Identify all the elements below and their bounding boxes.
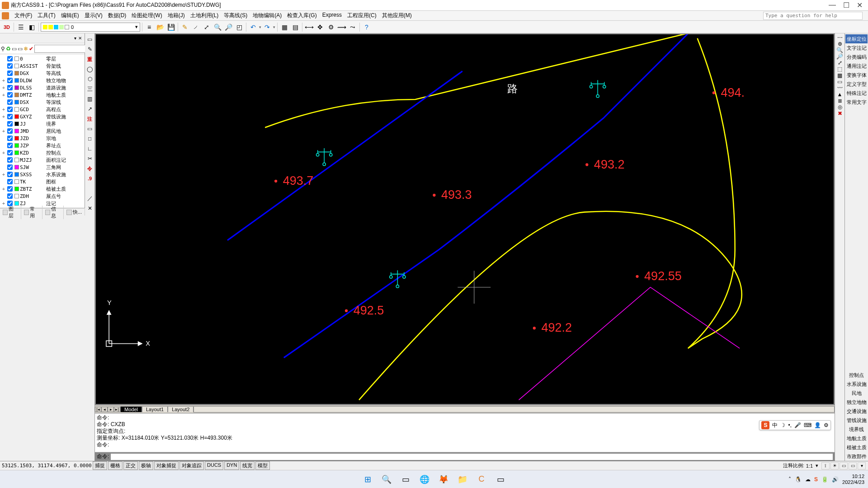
tray-cloud-icon[interactable]: ☁ [805,476,811,483]
layer-vis-checkbox[interactable] [7,157,13,163]
command-input[interactable] [111,454,833,460]
firefox-icon[interactable]: 🦊 [437,473,450,486]
layer-row-GCD[interactable]: + GCD高程点 [1,106,84,113]
right-btn-市政部件[interactable]: 市政部件 [845,452,868,461]
delete-layer-icon[interactable]: ▭ [18,45,23,53]
layer-row-DLDW[interactable]: + DLDW独立地物 [1,77,84,84]
monitor-icon[interactable]: ▭ [849,462,857,469]
status-toggle-捕捉[interactable]: 捕捉 [93,461,107,470]
tray-volume-icon[interactable]: 🔊 [832,476,839,483]
menu-地物编辑(A)[interactable]: 地物编辑(A) [250,11,284,20]
handle-icon[interactable]: ⋯ [837,34,843,41]
menu-Express[interactable]: Express [320,11,344,20]
link-icon[interactable]: ⟿ [337,22,347,32]
drawing-canvas[interactable]: 路 493.7493.3493.2494.492.5492.2492.55 X … [96,34,834,404]
layer-row-SJW[interactable]: SJW三角网 [1,164,84,171]
ime-logo-icon[interactable]: S [761,421,769,429]
layers-icon[interactable]: ☰ [16,22,26,32]
tray-qq-icon[interactable]: 🐧 [795,476,802,483]
taskbar-search-icon[interactable]: 🔍 [380,473,393,486]
undo-icon[interactable]: ↶ [248,22,258,32]
scissors-icon[interactable]: ✂ [85,154,94,163]
view-strip-icon[interactable]: ⬚ [837,66,842,72]
target-icon[interactable]: ⊕ [838,41,842,47]
right-btn-变换字体[interactable]: 变换字体 [845,70,868,80]
start-icon[interactable]: ⊞ [361,473,374,486]
globe-icon[interactable]: ◎ [838,104,842,110]
anno-scale-value[interactable]: 1:1 [806,463,813,469]
settings-icon[interactable]: ⚙ [326,22,336,32]
menu-数据(D)[interactable]: 数据(D) [105,11,129,20]
table-icon[interactable]: ▦ [279,22,289,32]
menu-土地利用(L)[interactable]: 土地利用(L) [188,11,222,20]
layer-row-ZBTZ[interactable]: + ZBTZ植被土质 [1,185,84,192]
menu-文件(F)[interactable]: 文件(F) [12,11,35,20]
ime-mic-icon[interactable]: 🎤 [794,422,801,428]
menu-工程应用(C)[interactable]: 工程应用(C) [344,11,379,20]
layer-row-SXSS[interactable]: + SXSS水系设施 [1,171,84,178]
new-layer-icon[interactable]: ▭ [12,45,17,53]
layer-row-DMTZ[interactable]: + DMTZ地貌土质 [1,91,84,99]
layer-strip-icon[interactable]: ≣ [838,98,842,104]
right-btn-境界线[interactable]: 境界线 [845,425,868,434]
search-strip-icon[interactable]: 🔍 [836,47,843,53]
hex-icon[interactable]: ⬡ [85,75,94,84]
layer-vis-checkbox[interactable] [7,128,13,134]
layer-vis-checkbox[interactable] [7,85,13,90]
layer-vis-checkbox[interactable] [7,172,13,177]
layer-row-DGX[interactable]: DGX等高线 [1,70,84,77]
layer-row-DLSS[interactable]: + DLSS道路设施 [1,84,84,91]
break-icon[interactable]: ⤳ [348,22,358,32]
menu-绘图处理(W)[interactable]: 绘图处理(W) [129,11,165,20]
layer-vis-checkbox[interactable] [7,150,13,155]
layer-vis-checkbox[interactable] [7,70,13,76]
right-btn-常用文字[interactable]: 常用文字 [845,98,868,107]
note-label[interactable]: 注 [85,114,94,123]
freeze-icon[interactable]: ❄ [24,45,28,53]
tab-model[interactable]: Model [120,406,142,412]
layer-row-TK[interactable]: TK图框 [1,178,84,185]
layer-row-0[interactable]: 0零层 [1,55,84,62]
status-toggle-极轴[interactable]: 极轴 [139,461,153,470]
layer-vis-checkbox[interactable] [7,56,13,61]
ime-floating-bar[interactable]: S 中 ☽ •, 🎤 ⌨ 👤 ⚙ [759,420,831,430]
tab-next-icon[interactable]: ▸ [108,407,114,412]
panel-close-icon[interactable]: ✕ [77,36,83,41]
pen-icon[interactable]: ／ [85,194,94,203]
close-button[interactable]: ✕ [857,1,863,9]
right-btn-文字注记[interactable]: 文字注记 [845,43,868,52]
zoom-out-icon[interactable]: 🔎 [223,22,233,32]
check-icon[interactable]: ✔ [29,45,33,53]
app-taskbar-icon[interactable]: ▭ [494,473,507,486]
right-btn-交通设施[interactable]: 交通设施 [845,407,868,416]
ime-kbd-icon[interactable]: ⌨ [804,422,811,428]
status-toggle-对象追踪[interactable]: 对象追踪 [179,461,204,470]
angle-icon[interactable]: ∟ [85,144,94,153]
layer-vis-checkbox[interactable] [7,121,13,127]
ime-lang[interactable]: 中 [772,422,778,429]
zoom-strip-icon[interactable]: 🔎 [836,53,843,60]
menu-工具(T)[interactable]: 工具(T) [35,11,58,20]
layer-combo[interactable]: 0 ▾ [41,23,140,32]
right-btn-管线设施[interactable]: 管线设施 [845,416,868,425]
filter-icon[interactable]: ⚲ [1,45,5,53]
ime-gear-icon[interactable]: ⚙ [824,422,829,428]
refresh-icon[interactable]: ♻ [6,45,11,53]
more-icon[interactable]: ▾ [858,462,866,469]
toolbox-icon[interactable]: ▭ [840,462,848,469]
hscroll-track[interactable] [193,406,835,413]
move-icon[interactable]: ✥ [315,22,325,32]
zoom-in-icon[interactable]: 🔍 [212,22,222,32]
layer-row-JZP[interactable]: JZP界址点 [1,142,84,149]
layer-row-DSX[interactable]: DSX等深线 [1,99,84,106]
rect-icon[interactable]: ▭ [85,124,94,133]
zoom-win-icon[interactable]: ◰ [234,22,244,32]
square-icon[interactable]: □ [85,134,94,143]
dim-icon[interactable]: ⟷ [304,22,314,32]
status-toggle-线宽[interactable]: 线宽 [240,461,255,470]
list-icon[interactable]: ≡ [144,22,154,32]
right-btn-民地[interactable]: 民地 [845,389,868,398]
minimize-button[interactable]: — [829,1,836,9]
sun-icon[interactable]: ☀ [830,462,839,469]
menu-等高线(S)[interactable]: 等高线(S) [221,11,250,20]
